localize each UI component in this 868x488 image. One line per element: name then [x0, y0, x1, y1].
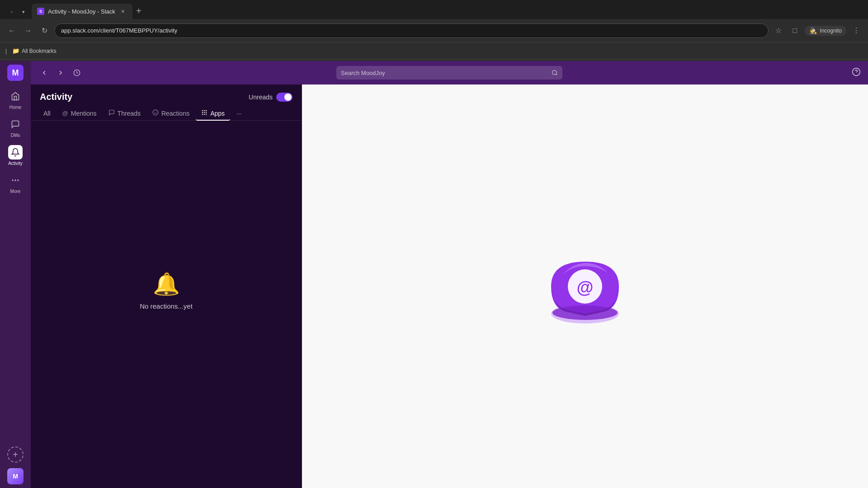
mentions-icon: @ — [62, 110, 68, 117]
svg-point-1 — [14, 179, 16, 181]
tab-back-btn[interactable]: ‹ — [7, 7, 16, 16]
svg-rect-17 — [202, 114, 203, 115]
more-icon-wrapper — [8, 173, 23, 188]
tab-all-label: All — [43, 110, 51, 117]
active-tab[interactable]: S Activity - MoodJoy - Slack × — [32, 4, 132, 19]
apps-icon — [201, 109, 208, 117]
address-bar[interactable]: app.slack.com/client/T067MEBPPUY/activit… — [54, 23, 769, 38]
svg-rect-12 — [204, 110, 205, 111]
activity-right-panel: @ — [302, 84, 868, 488]
tab-threads[interactable]: Threads — [103, 107, 146, 121]
svg-rect-19 — [206, 114, 207, 115]
unreads-toggle-area: Unreads — [249, 93, 292, 102]
sidebar-toggle-btn[interactable]: □ — [788, 24, 801, 37]
more-label: More — [10, 189, 21, 194]
history-icon — [73, 69, 80, 76]
search-right-btns — [852, 67, 861, 79]
user-avatar[interactable]: M — [7, 468, 24, 484]
tab-more-icon: ··· — [236, 110, 242, 117]
activity-header: Activity Unreads — [31, 84, 302, 102]
help-icon — [852, 67, 861, 76]
search-icon — [552, 70, 558, 76]
search-placeholder: Search MoodJoy — [341, 70, 548, 76]
svg-point-2 — [17, 179, 19, 181]
sidebar-item-home[interactable]: Home — [5, 86, 26, 113]
home-label: Home — [9, 105, 22, 110]
back-arrow-icon — [41, 69, 48, 76]
forward-btn[interactable]: → — [22, 24, 34, 37]
reload-btn[interactable]: ↻ — [38, 24, 51, 37]
help-btn[interactable] — [852, 67, 861, 79]
reactions-icon — [152, 109, 159, 117]
search-input[interactable]: Search MoodJoy — [336, 66, 562, 80]
nav-bar: ← → ↻ app.slack.com/client/T067MEBPPUY/a… — [0, 19, 868, 42]
url-text: app.slack.com/client/T067MEBPPUY/activit… — [61, 27, 177, 34]
bookmark-folder-icon: 📁 — [12, 47, 19, 54]
tab-more-options[interactable]: ··· — [231, 107, 247, 121]
activity-label: Activity — [8, 161, 23, 166]
browser-menu-btn[interactable]: ⋮ — [850, 24, 863, 37]
search-forward-btn[interactable] — [54, 66, 67, 79]
bell-emoji: 🔔 — [153, 272, 180, 297]
workspace-avatar[interactable]: M — [7, 65, 24, 81]
threads-icon — [108, 109, 115, 117]
main-content: Search MoodJoy — [31, 61, 868, 488]
slack-logo-graphic: @ — [535, 237, 635, 336]
empty-text: No reactions...yet — [140, 302, 193, 310]
back-btn[interactable]: ← — [5, 24, 18, 37]
search-history-btn[interactable] — [71, 66, 83, 79]
activity-title: Activity — [40, 92, 72, 102]
activity-panel: Activity Unreads All @ Menti — [31, 84, 868, 488]
new-tab-btn[interactable]: + — [132, 5, 145, 17]
svg-point-4 — [552, 70, 557, 75]
incognito-icon: 🕵 — [809, 27, 817, 34]
activity-bell-icon — [11, 148, 20, 157]
svg-point-8 — [153, 110, 158, 115]
tab-chevron-btn[interactable]: ▾ — [19, 7, 28, 16]
incognito-badge[interactable]: 🕵 Incognito — [805, 26, 846, 36]
tab-threads-label: Threads — [118, 110, 141, 117]
tab-close-btn[interactable]: × — [119, 7, 127, 15]
home-icon — [11, 92, 20, 101]
unreads-toggle-switch[interactable] — [276, 93, 292, 102]
dms-icon — [11, 120, 20, 129]
home-icon-wrapper — [8, 89, 23, 103]
svg-rect-18 — [204, 114, 205, 115]
search-back-btn[interactable] — [38, 66, 51, 79]
all-bookmarks-btn[interactable]: 📁 All Bookmarks — [9, 46, 60, 56]
tab-favicon: S — [37, 8, 44, 15]
search-nav-btns — [38, 66, 83, 79]
svg-point-23 — [552, 305, 618, 320]
svg-rect-16 — [206, 112, 207, 113]
svg-point-0 — [12, 179, 14, 181]
tab-mentions-label: Mentions — [71, 110, 97, 117]
incognito-label: Incognito — [820, 28, 842, 34]
bookmark-star-btn[interactable]: ☆ — [772, 24, 785, 37]
more-icon — [11, 176, 20, 185]
bookmark-separator: | — [5, 48, 7, 54]
nav-right-controls: ☆ □ 🕵 Incognito ⋮ — [772, 24, 863, 37]
tab-mentions[interactable]: @ Mentions — [57, 107, 102, 121]
slack-app: M Home DMs — [0, 61, 868, 488]
add-icon: + — [13, 450, 18, 460]
toggle-knob — [284, 94, 292, 101]
search-bar-area: Search MoodJoy — [31, 61, 868, 84]
activity-left-panel: Activity Unreads All @ Menti — [31, 84, 302, 488]
forward-arrow-icon — [57, 69, 64, 76]
tab-apps[interactable]: Apps — [196, 107, 230, 121]
tab-reactions-label: Reactions — [161, 110, 189, 117]
bookmark-label: All Bookmarks — [22, 48, 57, 54]
dms-label: DMs — [11, 133, 20, 138]
sidebar-item-activity[interactable]: Activity — [5, 142, 26, 169]
add-workspace-btn[interactable]: + — [7, 446, 24, 463]
activity-tabs: All @ Mentions Threads — [31, 102, 302, 121]
dms-icon-wrapper — [8, 117, 23, 131]
svg-text:@: @ — [576, 278, 593, 297]
sidebar-item-dms[interactable]: DMs — [5, 114, 26, 141]
sidebar-item-more[interactable]: More — [5, 170, 26, 197]
tab-all[interactable]: All — [38, 107, 56, 121]
svg-line-5 — [556, 74, 557, 75]
svg-rect-13 — [206, 110, 207, 111]
tab-reactions[interactable]: Reactions — [147, 107, 195, 121]
svg-rect-14 — [202, 112, 203, 113]
